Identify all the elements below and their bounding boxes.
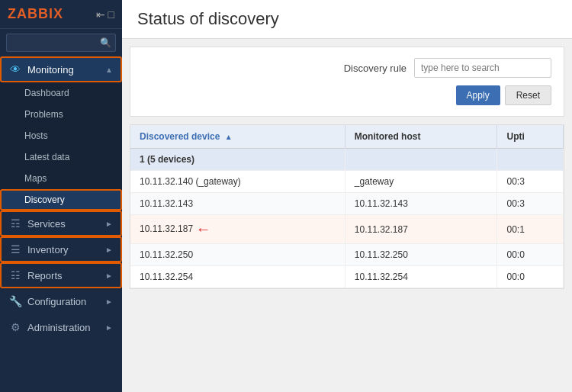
sidebar-item-configuration[interactable]: 🔧 Configuration ►: [0, 288, 122, 314]
chevron-right-icon3: ►: [105, 272, 113, 280]
sidebar-item-problems[interactable]: Problems: [0, 104, 122, 125]
uptime-cell: 00:3: [497, 193, 564, 215]
discovery-rule-input[interactable]: [414, 58, 551, 78]
collapse-icon[interactable]: ⇤: [96, 8, 105, 21]
list-icon: ☰: [9, 243, 21, 255]
sidebar-item-services[interactable]: ☶ Services ►: [0, 210, 122, 236]
sidebar-item-monitoring[interactable]: 👁 Monitoring ▲: [0, 56, 122, 82]
sidebar-item-reports[interactable]: ☷ Reports ►: [0, 262, 122, 288]
maps-label: Maps: [24, 173, 47, 184]
uptime-cell: 00:0: [497, 266, 564, 288]
filter-section: Discovery rule Apply Reset: [130, 47, 564, 117]
column-header-uptime: Upti: [497, 125, 564, 149]
uptime-cell: 00:1: [497, 215, 564, 244]
table-row: 10.11.32.143 10.11.32.143 00:3: [130, 193, 564, 215]
filter-row: Discovery rule: [143, 58, 551, 78]
table-row: 10.11.32.140 (_gateway) _gateway 00:3: [130, 171, 564, 193]
sidebar-item-dashboard[interactable]: Dashboard: [0, 82, 122, 104]
monitored-host-cell: 10.11.32.187: [345, 215, 497, 244]
services-label: Services: [27, 218, 66, 230]
monitored-host-cell: 10.11.32.254: [345, 266, 497, 288]
apply-button[interactable]: Apply: [456, 85, 500, 105]
sidebar-header: ZABBIX ⇤ □: [0, 0, 122, 29]
sidebar-item-administration[interactable]: ⚙ Administration ►: [0, 314, 122, 340]
sidebar-item-discovery[interactable]: Discovery: [0, 189, 122, 210]
configuration-label: Configuration: [27, 296, 86, 307]
inventory-label: Inventory: [27, 244, 68, 255]
sidebar-search-container: 🔍: [0, 29, 122, 56]
page-header: Status of discovery: [122, 0, 572, 39]
hosts-label: Hosts: [24, 130, 48, 141]
uptime-cell: 00:0: [497, 244, 564, 266]
latest-data-label: Latest data: [24, 152, 69, 162]
table-body: 1 (5 devices) 10.11.32.140 (_gateway) _g…: [130, 149, 564, 288]
device-cell: 10.11.32.250: [130, 244, 345, 266]
device-cell: 10.11.32.140 (_gateway): [130, 171, 345, 193]
column-header-monitored-host: Monitored host: [345, 125, 497, 149]
table-header-row: Discovered device ▲ Monitored host Upti: [130, 125, 564, 149]
chevron-up-icon: ▲: [105, 66, 113, 74]
page-title: Status of discovery: [137, 9, 557, 29]
reports-label: Reports: [27, 270, 63, 281]
zabbix-logo: ZABBIX: [8, 6, 63, 22]
device-cell: 10.11.32.254: [130, 266, 345, 288]
monitored-host-cell: 10.11.32.143: [345, 193, 497, 215]
column-header-device[interactable]: Discovered device ▲: [130, 125, 345, 149]
filter-buttons: Apply Reset: [143, 85, 551, 105]
device-cell: 10.11.32.187 ←: [130, 215, 345, 244]
layers-icon: ☶: [9, 217, 21, 230]
monitored-host-cell: _gateway: [345, 171, 497, 193]
chevron-right-icon: ►: [105, 220, 113, 228]
discovery-rule-label: Discovery rule: [344, 63, 407, 74]
sidebar-item-latest-data[interactable]: Latest data: [0, 146, 122, 168]
monitoring-subnav: Dashboard Problems Hosts Latest data Map…: [0, 82, 122, 210]
uptime-cell: [497, 149, 564, 171]
sidebar: ZABBIX ⇤ □ 🔍 👁 Monitoring ▲ Dashboard Pr…: [0, 0, 122, 392]
problems-label: Problems: [24, 109, 63, 120]
wrench-icon: 🔧: [9, 295, 21, 307]
table-row: 1 (5 devices): [130, 149, 564, 171]
arrow-indicator-icon: ←: [195, 220, 210, 238]
reset-button[interactable]: Reset: [505, 85, 551, 105]
monitored-host-cell: [345, 149, 497, 171]
device-cell: 1 (5 devices): [130, 149, 345, 171]
chevron-right-icon4: ►: [105, 297, 113, 306]
monitored-host-cell: 10.11.32.250: [345, 244, 497, 266]
chevron-right-icon5: ►: [105, 323, 113, 332]
sidebar-controls: ⇤ □: [96, 8, 114, 21]
nav-section-monitoring: 👁 Monitoring ▲ Dashboard Problems Hosts …: [0, 56, 122, 210]
dashboard-label: Dashboard: [24, 88, 69, 98]
table-row: 10.11.32.250 10.11.32.250 00:0: [130, 244, 564, 266]
sidebar-item-inventory[interactable]: ☰ Inventory ►: [0, 236, 122, 262]
popout-icon[interactable]: □: [108, 8, 114, 21]
administration-label: Administration: [27, 322, 90, 333]
table-section: Discovered device ▲ Monitored host Upti …: [130, 124, 564, 289]
eye-icon: 👁: [9, 63, 21, 76]
sidebar-item-hosts[interactable]: Hosts: [0, 125, 122, 146]
discovery-label: Discovery: [24, 194, 65, 205]
table-row: 10.11.32.187 ← 10.11.32.187 00:1: [130, 215, 564, 244]
sidebar-item-maps[interactable]: Maps: [0, 168, 122, 189]
data-table: Discovered device ▲ Monitored host Upti …: [130, 125, 564, 288]
sort-arrow-icon: ▲: [225, 133, 233, 141]
uptime-cell: 00:3: [497, 171, 564, 193]
cog-icon: ⚙: [9, 321, 21, 333]
table-row: 10.11.32.254 10.11.32.254 00:0: [130, 266, 564, 288]
barchart-icon: ☷: [9, 269, 21, 281]
main-content: Status of discovery Discovery rule Apply…: [122, 0, 572, 392]
chevron-right-icon2: ►: [105, 246, 113, 254]
search-icon: 🔍: [100, 37, 111, 48]
device-cell: 10.11.32.143: [130, 193, 345, 215]
sidebar-item-monitoring-label: Monitoring: [27, 64, 74, 76]
